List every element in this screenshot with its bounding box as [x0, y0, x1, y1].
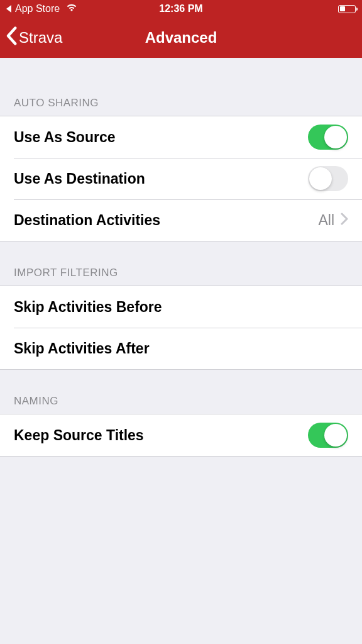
row-label: Keep Source Titles	[14, 427, 144, 444]
toggle-keep-source-titles[interactable]	[308, 423, 348, 448]
row-value: All	[318, 212, 334, 229]
back-triangle-icon	[6, 5, 11, 13]
toggle-use-as-source[interactable]	[308, 125, 348, 150]
section-import-filtering: Skip Activities Before Skip Activities A…	[0, 286, 362, 370]
section-auto-sharing: Use As Source Use As Destination Destina…	[0, 116, 362, 242]
wifi-icon	[66, 3, 77, 14]
battery-icon	[338, 5, 356, 13]
row-use-as-destination: Use As Destination	[0, 158, 362, 199]
section-header-import-filtering: IMPORT FILTERING	[0, 242, 362, 286]
battery-fill	[340, 6, 345, 11]
row-skip-activities-before[interactable]: Skip Activities Before	[0, 286, 362, 328]
row-label: Destination Activities	[14, 212, 160, 229]
section-header-auto-sharing: AUTO SHARING	[0, 58, 362, 116]
row-keep-source-titles: Keep Source Titles	[0, 414, 362, 456]
row-label: Use As Source	[14, 129, 116, 146]
chevron-left-icon	[5, 26, 18, 49]
row-skip-activities-after[interactable]: Skip Activities After	[0, 328, 362, 369]
chevron-right-icon	[341, 213, 348, 228]
status-back-app-label: App Store	[15, 3, 60, 14]
row-use-as-source: Use As Source	[0, 116, 362, 158]
status-back-to-app[interactable]: App Store	[6, 3, 77, 14]
back-button[interactable]: Strava	[5, 26, 62, 49]
toggle-use-as-destination[interactable]	[308, 166, 348, 191]
page-title: Advanced	[145, 29, 217, 47]
section-naming: Keep Source Titles	[0, 414, 362, 457]
switch-knob	[309, 167, 332, 190]
nav-bar: Strava Advanced	[0, 18, 362, 58]
switch-knob	[324, 424, 347, 447]
section-header-naming: NAMING	[0, 370, 362, 414]
status-time: 12:36 PM	[159, 3, 202, 14]
row-right: All	[318, 212, 348, 229]
row-destination-activities[interactable]: Destination Activities All	[0, 199, 362, 241]
row-label: Use As Destination	[14, 170, 145, 187]
row-label: Skip Activities Before	[14, 299, 162, 316]
back-label: Strava	[19, 29, 62, 47]
switch-knob	[324, 126, 347, 148]
status-bar: App Store 12:36 PM	[0, 0, 362, 18]
row-label: Skip Activities After	[14, 340, 150, 357]
